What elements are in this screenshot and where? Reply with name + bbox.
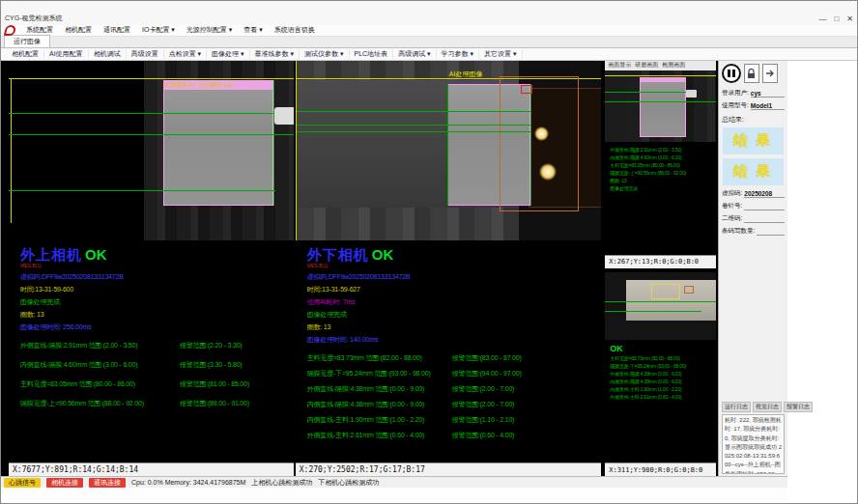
grind-view-option[interactable]: 研磨画面 xyxy=(635,61,658,70)
measure-line-3 xyxy=(9,190,275,191)
menu-io-config[interactable]: IO卡配置 ▾ xyxy=(136,25,181,35)
alarm-range: 报警范围:(81.00 - 85.00) xyxy=(180,379,249,389)
left-camera-image[interactable]: 灰度阈值:93, 动态阈值:100 R:46 xyxy=(9,61,294,240)
window-title: CYG-视觉检测系统 xyxy=(5,14,63,23)
close-button[interactable]: ✕ xyxy=(846,14,853,23)
weld-glow-spot xyxy=(534,126,549,141)
menu-view[interactable]: 查看 ▾ xyxy=(238,25,268,35)
toolbar-plc-address[interactable]: PLC地址表 xyxy=(350,49,394,59)
menu-light-config[interactable]: 光源控制配置 ▾ xyxy=(181,25,238,35)
result-box-1: 结 果 xyxy=(723,127,784,154)
total-result-label: 总结果: xyxy=(722,115,785,125)
log-tab-run[interactable]: 运行日志 xyxy=(722,402,751,412)
app-window: CYG-视觉检测系统 — □ ✕ 系统配置 相机配置 通讯配置 IO卡配置 ▾ … xyxy=(0,0,858,504)
measure-line-2 xyxy=(9,134,294,135)
alarm-range: 报警范围:(2.00 - 7.00) xyxy=(452,400,514,409)
measurement-row: 隔膜宽度-下=95.24mm 范围:(93.00 - 98.00) 报警范围:(… xyxy=(307,369,602,378)
toolbar-other-settings[interactable]: 其它设置 ▾ xyxy=(479,49,522,59)
ai-roi-box xyxy=(500,76,579,211)
toolbar-spot-check[interactable]: 点检设置 ▾ xyxy=(164,49,207,59)
barcode-line: 虚拟码:DFFIiw2025020813313472B xyxy=(20,272,294,282)
toolbar-camera-debug[interactable]: 相机调试 xyxy=(89,49,127,59)
measurement-row: 内侧直线-主料:1.90mm 范围:(1.00 - 2.20) 报警范围:(1.… xyxy=(307,415,602,425)
measurement-row: 内侧直线-隔膜:4.60mm 范围:(3.00 - 6.00) 报警范围:(3.… xyxy=(20,360,294,370)
left-result-area: 外上相机 OK MES:B(1) 虚拟码:DFFIiw2025020813313… xyxy=(9,240,294,462)
small-result-line: 主料宽度=83.73mm (82.00 - 88.00) xyxy=(610,355,716,361)
small-views-header: 画面显示 研磨画面 检测画面 xyxy=(605,61,716,70)
product-region xyxy=(163,80,273,206)
heartbeat-badge: 心跳信号 xyxy=(4,478,41,488)
cpu-memory-status: Cpu: 0.0% Memory: 3424.41796875M xyxy=(131,479,245,486)
small-result-line: 图像处理完成 xyxy=(610,185,716,191)
minimize-button[interactable]: — xyxy=(818,14,826,23)
toolbar-ai-config[interactable]: AI使用配置 xyxy=(44,49,89,59)
lock-icon xyxy=(747,69,756,79)
toolbar-learning-params[interactable]: 学习参数 ▾ xyxy=(437,49,479,59)
menu-bar: 系统配置 相机配置 通讯配置 IO卡配置 ▾ 光源控制配置 ▾ 查看 ▾ 系统语… xyxy=(1,25,857,37)
pause-button[interactable] xyxy=(722,64,741,83)
measurement-value: 外侧直线-主料:2.61mm 范围:(0.60 - 4.00) xyxy=(307,431,452,440)
toolbar-advanced-settings[interactable]: 高级设置 xyxy=(127,49,164,59)
detect-view-option[interactable]: 检测画面 xyxy=(662,61,685,70)
log-tab-alarm[interactable]: 报警日志 xyxy=(784,402,813,412)
menu-comm-config[interactable]: 通讯配置 xyxy=(98,25,136,35)
small-result-line: 外侧直线-隔膜:2.91mm (2.00 - 3.50) xyxy=(610,147,716,153)
toolbar-test-params[interactable]: 测试仪参数 ▾ xyxy=(300,49,349,59)
result-ok-badge: OK xyxy=(85,246,107,263)
measurement-row: 主料宽度=83.73mm 范围:(82.00 - 88.00) 报警范围:(83… xyxy=(307,353,602,363)
ai-process-label: AI处理图像 xyxy=(449,70,483,79)
virtual-code-value: 20250208 xyxy=(744,190,785,198)
small-result-line: 隔膜宽度-上=90.56mm (88.00 - 92.00) xyxy=(610,170,716,176)
lock-button[interactable] xyxy=(744,64,759,83)
product-region xyxy=(640,77,686,137)
result-text: 结 果 xyxy=(733,132,773,150)
result-ok-badge: OK xyxy=(610,344,716,353)
toolbar-baseline-params[interactable]: 基准线参数 ▾ xyxy=(250,49,300,59)
time-line: 时间:13-31-59-600 xyxy=(20,285,294,294)
needle-no-label: 卷针号: xyxy=(722,202,742,210)
qrcode-label: 二维码: xyxy=(722,214,742,223)
alarm-range: 报警范围:(0.60 - 4.00) xyxy=(452,431,514,440)
menu-system-config[interactable]: 系统配置 xyxy=(20,25,59,35)
display-mode-label: 画面显示 xyxy=(608,61,631,70)
menu-camera-config[interactable]: 相机配置 xyxy=(59,25,98,35)
maximize-button[interactable]: □ xyxy=(834,14,839,23)
comm-connect-badge: 通讯连接 xyxy=(89,478,126,488)
log-tab-vision[interactable]: 视觉日志 xyxy=(753,402,782,412)
login-user-label: 登录用户: xyxy=(722,89,749,98)
small-result-line: 外侧直线-主料:2.61mm (0.60 - 4.00) xyxy=(610,394,716,400)
small-bottom-view: OK 主料宽度=83.73mm (82.00 - 88.00) 隔膜宽度-下=9… xyxy=(605,272,716,476)
small-result-line: 隔膜宽度-下=95.24mm (93.00 - 98.00) xyxy=(610,363,716,369)
window-bottom-margin xyxy=(1,488,787,503)
logout-button[interactable] xyxy=(762,64,778,83)
logout-icon xyxy=(765,69,775,78)
toolbar-camera-config[interactable]: 相机配置 xyxy=(7,49,44,59)
measure-line-1 xyxy=(605,301,716,302)
measure-line-1 xyxy=(297,111,530,112)
alarm-range: 报警范围:(89.00 - 91.00) xyxy=(180,399,249,408)
log-text-area[interactable]: 耗时: 222, 瑕疵检测耗时: 17, 瑕疵分类耗时: 0, 瑕疵提取分类耗时… xyxy=(722,414,785,474)
tab-run-image[interactable]: 运行图像 xyxy=(4,35,50,47)
toolbar-image-processing[interactable]: 图像处理 ▾ xyxy=(207,49,249,59)
menu-language-switch[interactable]: 系统语言切换 xyxy=(269,25,321,35)
middle-coordinate-bar: X:270;Y:2502;R:17;G:17;B:17 xyxy=(296,462,602,476)
middle-camera-panel: AI处理图像 外下相机 OK MES:B(1) 虚拟码:DFFIiw202502… xyxy=(296,61,602,476)
model-label: 使用型号: xyxy=(722,101,749,110)
threshold-banner: 灰度阈值:93, 动态阈值:100 xyxy=(164,81,272,90)
loop-count-line: 圈数: 13 xyxy=(20,310,294,320)
small-bottom-image[interactable] xyxy=(605,272,716,340)
middle-camera-image[interactable]: AI处理图像 xyxy=(296,61,602,240)
measurement-value: 内侧直线-隔膜:4.38mm 范围:(0.00 - 9.00) xyxy=(307,400,452,409)
middle-result-area: 外下相机 OK MES:B(1) 虚拟码:DFFIiw2025020813313… xyxy=(296,240,602,462)
small-result-line: 圈数: 13 xyxy=(610,178,716,183)
left-camera-panel: 灰度阈值:93, 动态阈值:100 R:46 外上相机 OK xyxy=(9,61,294,476)
measurement-row: 主料宽度=83.05mm 范围:(80.00 - 86.00) 报警范围:(81… xyxy=(20,379,294,389)
measure-line-2 xyxy=(297,125,530,126)
left-coordinate-bar: X:7677;Y:891;R:14;G:14;B:14 xyxy=(9,462,294,476)
model-value: Model1 xyxy=(751,102,785,110)
small-bottom-coordinate-bar: X:311;Y:980;R:0;G:0;B:0 xyxy=(605,462,716,476)
small-top-image[interactable] xyxy=(605,70,716,142)
toolbar-advanced-debug[interactable]: 高级调试 ▾ xyxy=(393,49,436,59)
alarm-range: 报警范围:(94.00 - 97.00) xyxy=(452,369,522,378)
connector-part xyxy=(274,107,294,125)
